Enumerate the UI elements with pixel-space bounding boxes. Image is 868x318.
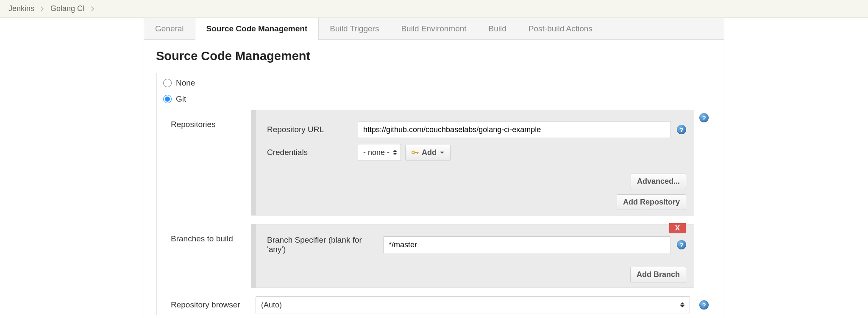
repositories-row: Repositories Repository URL ? Credential… [171,110,712,216]
breadcrumb-separator-icon [91,6,95,11]
repository-panel: Repository URL ? Credentials - none - [256,110,694,216]
chevron-down-icon [440,152,444,154]
breadcrumb: Jenkins Golang CI [0,0,868,18]
tab-source-code-management[interactable]: Source Code Management [195,18,319,40]
credentials-selected: - none - [363,148,389,157]
svg-point-0 [412,151,415,154]
credentials-select[interactable]: - none - [358,144,401,161]
breadcrumb-project[interactable]: Golang CI [50,4,85,13]
delete-branch-button[interactable]: X [669,223,686,233]
breadcrumb-jenkins[interactable]: Jenkins [8,4,34,13]
tab-build-environment[interactable]: Build Environment [390,18,477,39]
tab-post-build-actions[interactable]: Post-build Actions [517,18,604,39]
branches-label: Branches to build [171,224,251,288]
scm-radio-git[interactable] [163,95,172,103]
scm-radio-none[interactable] [163,79,172,87]
chevron-updown-icon [680,302,684,307]
help-icon[interactable]: ? [677,125,686,134]
scm-option-label: Git [176,94,186,104]
scm-option-label: None [176,78,195,88]
repository-browser-select[interactable]: (Auto) [256,296,690,313]
repository-browser-label: Repository browser [171,300,251,310]
scm-section: Source Code Management None Git Reposito… [144,40,724,318]
repository-browser-row: Repository browser (Auto) ? [171,296,712,313]
help-icon[interactable]: ? [699,113,709,122]
repo-url-input[interactable] [358,121,671,138]
help-icon[interactable]: ? [677,240,686,249]
config-tabbar: General Source Code Management Build Tri… [144,18,724,40]
tab-build-triggers[interactable]: Build Triggers [319,18,390,39]
add-credentials-button[interactable]: Add [405,145,451,160]
repositories-label: Repositories [171,110,251,216]
breadcrumb-separator-icon [40,6,45,11]
scm-option-git[interactable]: Git [163,91,712,107]
scm-radio-group: None Git Repositories Repository URL [156,73,712,315]
branches-row: X Branches to build Branch Specifier (bl… [171,224,712,288]
drag-handle[interactable] [251,110,256,216]
credentials-label: Credentials [267,148,352,157]
branch-specifier-input[interactable] [383,236,671,253]
repo-url-label: Repository URL [267,125,352,134]
section-title: Source Code Management [156,49,712,63]
add-branch-button[interactable]: Add Branch [630,267,686,282]
branch-panel: Branch Specifier (blank for 'any') ? Add… [256,224,694,288]
branch-specifier-label: Branch Specifier (blank for 'any') [267,235,377,254]
help-icon[interactable]: ? [699,300,709,310]
repository-browser-value: (Auto) [261,301,282,310]
scm-option-none[interactable]: None [163,75,712,91]
tab-general[interactable]: General [144,18,195,39]
key-icon [412,150,419,155]
advanced-button[interactable]: Advanced... [631,174,686,189]
chevron-updown-icon [393,150,397,155]
tab-build[interactable]: Build [478,18,517,39]
drag-handle[interactable] [251,224,256,288]
add-repository-button[interactable]: Add Repository [617,194,686,210]
